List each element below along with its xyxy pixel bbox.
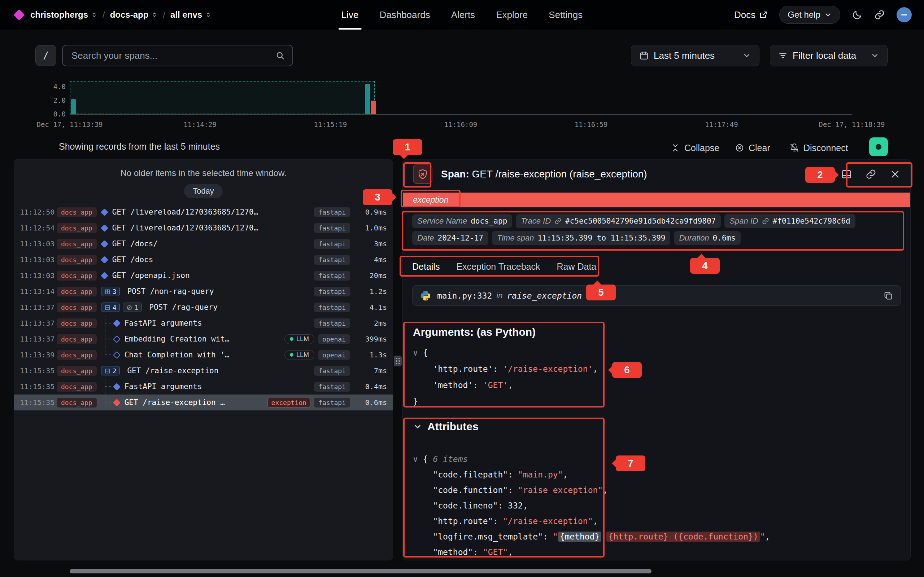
project-selector[interactable]: docs-app bbox=[110, 10, 158, 20]
disconnect-button[interactable]: Disconnect bbox=[790, 140, 848, 156]
link-icon bbox=[874, 10, 885, 20]
attributes-title: Attributes bbox=[427, 421, 478, 433]
nav-item-explore[interactable]: Explore bbox=[496, 0, 528, 29]
llm-status-dot bbox=[290, 353, 294, 357]
nav-item-dashboards[interactable]: Dashboards bbox=[380, 0, 430, 29]
close-icon[interactable] bbox=[890, 169, 900, 179]
metadata-pill[interactable]: Trace ID#c5ec5005042796e91d5db42ca9fd980… bbox=[516, 214, 721, 228]
chevron-down-icon bbox=[743, 51, 751, 60]
list-item[interactable]: 11:13:37docs_appFastAPI argumentsfastapi… bbox=[14, 315, 393, 331]
scope-badge: fastapi bbox=[314, 398, 350, 408]
records-summary: Showing records from the last 5 minutes bbox=[59, 141, 220, 152]
x-axis-label: 11:15:19 bbox=[314, 121, 347, 128]
copy-link-icon[interactable] bbox=[866, 169, 876, 180]
clear-button[interactable]: Clear bbox=[735, 140, 770, 156]
docs-link[interactable]: Docs bbox=[734, 10, 768, 21]
span-duration: 20ms bbox=[354, 271, 387, 280]
child-count-badge[interactable]: ⊟4 bbox=[101, 303, 120, 312]
time-range-button[interactable]: Last 5 minutes bbox=[631, 45, 759, 66]
metadata-pill[interactable]: Date2024-12-17 bbox=[412, 231, 488, 245]
nav-item-live[interactable]: Live bbox=[341, 0, 359, 29]
list-item[interactable]: 11:12:54docs_appGET /livereload/12703636… bbox=[14, 220, 393, 236]
span-duration: 399ms bbox=[354, 335, 387, 343]
list-item[interactable]: 11:13:03docs_appGET /docs/fastapi3ms bbox=[14, 236, 393, 252]
span-tree-area: ⊞3 bbox=[101, 284, 123, 299]
collapse-button[interactable]: Collapse bbox=[670, 140, 719, 156]
logfire-logo-icon[interactable] bbox=[13, 9, 24, 20]
span-start-time: 11:13:14 bbox=[20, 287, 55, 296]
nav-item-settings[interactable]: Settings bbox=[549, 0, 583, 29]
code-function-name: raise_exception bbox=[507, 291, 582, 300]
list-item[interactable]: 11:15:35docs_app⊟2GET /raise-exceptionfa… bbox=[14, 363, 393, 379]
dock-panel-icon[interactable] bbox=[841, 169, 852, 180]
attributes-code-line: "method": "GET", bbox=[413, 545, 770, 560]
metadata-pill[interactable]: Service Namedocs_app bbox=[412, 214, 512, 228]
attributes-code-line: "logfire.msg_template": "{method} {http.… bbox=[413, 529, 770, 545]
span-count-bar[interactable] bbox=[365, 84, 370, 114]
list-item[interactable]: 11:13:14docs_app⊞3POST /non-rag-queryfas… bbox=[14, 284, 393, 299]
list-item[interactable]: 11:13:39docs_appChat Completion with '…L… bbox=[14, 347, 393, 363]
search-icon bbox=[275, 50, 285, 61]
pill-label: Date bbox=[417, 233, 434, 243]
x-axis-label: 11:16:09 bbox=[444, 121, 478, 128]
selector-chevrons-icon bbox=[205, 11, 212, 19]
panel-resize-handle[interactable] bbox=[394, 356, 402, 366]
tab-exception-traceback[interactable]: Exception Traceback bbox=[456, 258, 540, 276]
list-item[interactable]: 11:13:03docs_appGET /docsfastapi4ms bbox=[14, 252, 393, 268]
exception-banner-label: exception bbox=[413, 195, 448, 205]
dark-mode-toggle[interactable] bbox=[852, 10, 863, 20]
tag-row: Service Namedocs_appTrace ID#c5ec5005042… bbox=[412, 214, 855, 228]
filter-icon bbox=[778, 51, 788, 60]
attributes-section-header[interactable]: Attributes bbox=[413, 421, 478, 433]
metadata-pill[interactable]: Duration0.6ms bbox=[674, 231, 740, 245]
nav-item-alerts[interactable]: Alerts bbox=[451, 0, 475, 29]
docs-label: Docs bbox=[734, 10, 756, 21]
span-rows: 11:12:50docs_appGET /livereload/12703636… bbox=[14, 204, 393, 410]
span-duration: 4ms bbox=[354, 255, 387, 264]
child-count-badge[interactable]: ⊞3 bbox=[101, 287, 120, 296]
list-item[interactable]: 11:15:35docs_appFastAPI argumentsfastapi… bbox=[14, 379, 393, 395]
error-count-bar[interactable] bbox=[371, 101, 376, 114]
share-link-button[interactable] bbox=[874, 10, 885, 20]
arguments-code-line: ∨ { bbox=[413, 345, 598, 361]
child-count-badge[interactable]: ⊟2 bbox=[101, 366, 120, 376]
filter-button[interactable]: Filter local data bbox=[770, 45, 888, 66]
x-axis-label: 11:16:59 bbox=[575, 121, 608, 128]
user-avatar[interactable] bbox=[897, 7, 912, 23]
list-item[interactable]: 11:13:03docs_appGET /openapi.jsonfastapi… bbox=[14, 268, 393, 284]
org-selector[interactable]: christophergs bbox=[30, 10, 97, 20]
today-badge[interactable]: Today bbox=[184, 184, 223, 198]
list-item[interactable]: 11:13:37docs_appEmbedding Creation wit…L… bbox=[14, 331, 393, 347]
service-badge: docs_app bbox=[57, 239, 97, 249]
disconnect-label: Disconnect bbox=[803, 143, 848, 153]
live-indicator-button[interactable] bbox=[869, 137, 888, 156]
annotation-badge-1: 1 bbox=[393, 139, 422, 155]
breadcrumb-separator: / bbox=[102, 10, 105, 20]
search-input[interactable] bbox=[71, 50, 275, 61]
span-start-time: 11:13:37 bbox=[20, 319, 55, 327]
live-dot-icon bbox=[876, 144, 881, 150]
span-duration: 0.6ms bbox=[354, 398, 387, 407]
y-axis-label: 0.0 bbox=[40, 110, 66, 118]
span-name: GET /docs/ bbox=[112, 239, 158, 248]
pill-value: #f0110e542c798c6d bbox=[773, 217, 850, 226]
list-item[interactable]: 11:13:37docs_app⊟4⊘1POST /rag-queryfasta… bbox=[14, 299, 393, 315]
list-item[interactable]: 11:15:35docs_appGET /raise-exception …ex… bbox=[14, 395, 393, 410]
metadata-pill[interactable]: Span ID#f0110e542c798c6d bbox=[724, 214, 855, 228]
span-start-time: 11:12:50 bbox=[20, 208, 55, 216]
copy-button[interactable] bbox=[883, 291, 893, 301]
span-name: GET /livereload/1270363685/1270… bbox=[112, 224, 258, 232]
span-count-bar[interactable] bbox=[71, 99, 76, 114]
histogram-plot-area[interactable] bbox=[69, 80, 852, 115]
metadata-pill[interactable]: Time span11:15:35.399 to 11:15:35.399 bbox=[492, 231, 670, 245]
moon-icon bbox=[852, 10, 863, 20]
exception-badge: exception bbox=[267, 398, 311, 408]
env-selector[interactable]: all envs bbox=[170, 10, 212, 20]
horizontal-scrollbar-thumb[interactable] bbox=[69, 569, 651, 574]
tab-raw-data[interactable]: Raw Data bbox=[557, 258, 597, 276]
tab-details[interactable]: Details bbox=[412, 258, 439, 276]
get-help-button[interactable]: Get help bbox=[779, 6, 840, 24]
hidden-spans-badge[interactable]: ⊘1 bbox=[123, 303, 142, 312]
list-item[interactable]: 11:12:50docs_appGET /livereload/12703636… bbox=[14, 204, 393, 220]
span-tree-area bbox=[101, 331, 120, 347]
